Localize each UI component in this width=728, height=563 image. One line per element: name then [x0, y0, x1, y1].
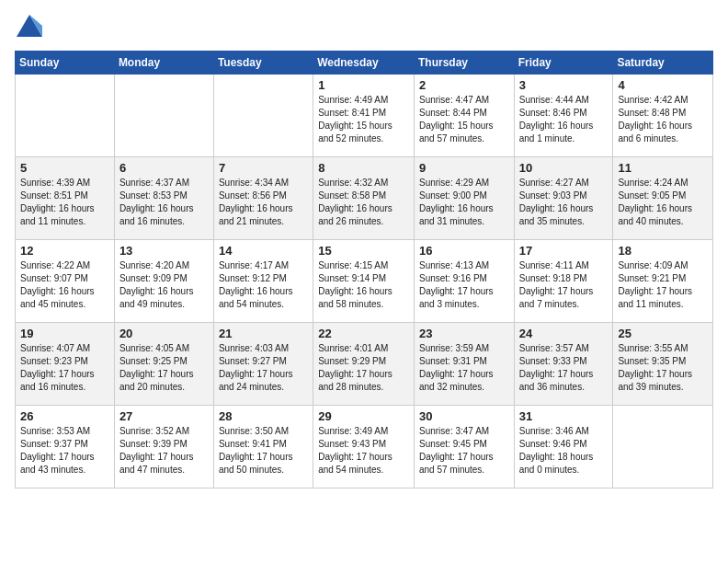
calendar-cell: 15Sunrise: 4:15 AM Sunset: 9:14 PM Dayli… — [313, 240, 415, 323]
calendar-cell — [16, 75, 115, 157]
day-info: Sunrise: 3:50 AM Sunset: 9:41 PM Dayligh… — [219, 425, 308, 477]
day-number: 27 — [119, 409, 209, 423]
day-number: 13 — [119, 244, 209, 258]
day-info: Sunrise: 4:34 AM Sunset: 8:56 PM Dayligh… — [219, 177, 308, 228]
logo — [15, 15, 42, 41]
day-number: 3 — [519, 78, 609, 92]
day-info: Sunrise: 4:29 AM Sunset: 9:00 PM Dayligh… — [419, 177, 509, 228]
day-info: Sunrise: 4:42 AM Sunset: 8:48 PM Dayligh… — [618, 94, 708, 145]
day-number: 30 — [419, 409, 509, 423]
day-info: Sunrise: 4:13 AM Sunset: 9:16 PM Dayligh… — [419, 259, 509, 311]
logo-icon — [17, 15, 42, 37]
day-number: 6 — [119, 161, 209, 175]
calendar-cell: 31Sunrise: 3:46 AM Sunset: 9:46 PM Dayli… — [514, 406, 613, 488]
calendar-cell: 30Sunrise: 3:47 AM Sunset: 9:45 PM Dayli… — [414, 406, 514, 488]
calendar-cell: 2Sunrise: 4:47 AM Sunset: 8:44 PM Daylig… — [414, 75, 514, 157]
day-number: 22 — [318, 327, 409, 340]
day-number: 14 — [219, 244, 308, 258]
calendar-cell: 20Sunrise: 4:05 AM Sunset: 9:25 PM Dayli… — [114, 323, 213, 406]
day-info: Sunrise: 4:15 AM Sunset: 9:14 PM Dayligh… — [318, 259, 409, 311]
day-number: 2 — [419, 78, 509, 92]
calendar-cell: 21Sunrise: 4:03 AM Sunset: 9:27 PM Dayli… — [213, 323, 313, 406]
day-number: 17 — [519, 244, 609, 258]
day-info: Sunrise: 3:57 AM Sunset: 9:33 PM Dayligh… — [519, 342, 609, 394]
day-info: Sunrise: 3:47 AM Sunset: 9:45 PM Dayligh… — [419, 425, 509, 477]
day-number: 16 — [419, 244, 509, 258]
calendar-cell: 12Sunrise: 4:22 AM Sunset: 9:07 PM Dayli… — [16, 240, 115, 323]
day-info: Sunrise: 4:27 AM Sunset: 9:03 PM Dayligh… — [519, 177, 609, 228]
calendar-header-sunday: Sunday — [16, 52, 115, 75]
day-number: 19 — [20, 327, 109, 340]
calendar-table: SundayMondayTuesdayWednesdayThursdayFrid… — [15, 51, 713, 488]
calendar-cell: 1Sunrise: 4:49 AM Sunset: 8:41 PM Daylig… — [313, 75, 415, 157]
calendar-cell: 6Sunrise: 4:37 AM Sunset: 8:53 PM Daylig… — [114, 157, 213, 240]
day-number: 31 — [519, 409, 609, 423]
day-number: 1 — [318, 78, 409, 92]
calendar-cell: 9Sunrise: 4:29 AM Sunset: 9:00 PM Daylig… — [414, 157, 514, 240]
day-info: Sunrise: 4:49 AM Sunset: 8:41 PM Dayligh… — [318, 94, 409, 145]
calendar-cell: 29Sunrise: 3:49 AM Sunset: 9:43 PM Dayli… — [313, 406, 415, 488]
day-number: 8 — [318, 161, 409, 175]
day-info: Sunrise: 4:17 AM Sunset: 9:12 PM Dayligh… — [219, 259, 308, 311]
day-info: Sunrise: 4:05 AM Sunset: 9:25 PM Dayligh… — [119, 342, 209, 394]
day-number: 20 — [119, 327, 209, 340]
day-info: Sunrise: 4:39 AM Sunset: 8:51 PM Dayligh… — [20, 177, 109, 228]
day-number: 18 — [618, 244, 708, 258]
day-number: 25 — [618, 327, 708, 340]
calendar-cell — [613, 406, 713, 488]
calendar-header-wednesday: Wednesday — [313, 52, 415, 75]
calendar-cell: 24Sunrise: 3:57 AM Sunset: 9:33 PM Dayli… — [514, 323, 613, 406]
day-info: Sunrise: 4:03 AM Sunset: 9:27 PM Dayligh… — [219, 342, 308, 394]
calendar-week-row: 19Sunrise: 4:07 AM Sunset: 9:23 PM Dayli… — [16, 323, 713, 406]
day-info: Sunrise: 3:49 AM Sunset: 9:43 PM Dayligh… — [318, 425, 409, 477]
day-info: Sunrise: 4:32 AM Sunset: 8:58 PM Dayligh… — [318, 177, 409, 228]
calendar-cell: 4Sunrise: 4:42 AM Sunset: 8:48 PM Daylig… — [613, 75, 713, 157]
calendar-week-row: 5Sunrise: 4:39 AM Sunset: 8:51 PM Daylig… — [16, 157, 713, 240]
day-info: Sunrise: 3:59 AM Sunset: 9:31 PM Dayligh… — [419, 342, 509, 394]
day-number: 7 — [219, 161, 308, 175]
calendar-cell: 17Sunrise: 4:11 AM Sunset: 9:18 PM Dayli… — [514, 240, 613, 323]
calendar-cell — [213, 75, 313, 157]
day-info: Sunrise: 4:22 AM Sunset: 9:07 PM Dayligh… — [20, 259, 109, 311]
day-info: Sunrise: 4:44 AM Sunset: 8:46 PM Dayligh… — [519, 94, 609, 145]
page-header — [15, 15, 713, 41]
calendar-cell: 26Sunrise: 3:53 AM Sunset: 9:37 PM Dayli… — [16, 406, 115, 488]
calendar-body: 1Sunrise: 4:49 AM Sunset: 8:41 PM Daylig… — [16, 75, 713, 488]
day-info: Sunrise: 4:20 AM Sunset: 9:09 PM Dayligh… — [119, 259, 209, 311]
day-number: 23 — [419, 327, 509, 340]
day-number: 12 — [20, 244, 109, 258]
calendar-header-row: SundayMondayTuesdayWednesdayThursdayFrid… — [16, 52, 713, 75]
day-number: 5 — [20, 161, 109, 175]
day-info: Sunrise: 3:46 AM Sunset: 9:46 PM Dayligh… — [519, 425, 609, 477]
day-number: 4 — [618, 78, 708, 92]
calendar-cell: 7Sunrise: 4:34 AM Sunset: 8:56 PM Daylig… — [213, 157, 313, 240]
day-info: Sunrise: 4:07 AM Sunset: 9:23 PM Dayligh… — [20, 342, 109, 394]
calendar-cell: 3Sunrise: 4:44 AM Sunset: 8:46 PM Daylig… — [514, 75, 613, 157]
calendar-cell: 11Sunrise: 4:24 AM Sunset: 9:05 PM Dayli… — [613, 157, 713, 240]
calendar-cell: 22Sunrise: 4:01 AM Sunset: 9:29 PM Dayli… — [313, 323, 415, 406]
calendar-cell — [114, 75, 213, 157]
calendar-cell: 25Sunrise: 3:55 AM Sunset: 9:35 PM Dayli… — [613, 323, 713, 406]
calendar-cell: 5Sunrise: 4:39 AM Sunset: 8:51 PM Daylig… — [16, 157, 115, 240]
day-number: 24 — [519, 327, 609, 340]
calendar-cell: 23Sunrise: 3:59 AM Sunset: 9:31 PM Dayli… — [414, 323, 514, 406]
calendar-cell: 19Sunrise: 4:07 AM Sunset: 9:23 PM Dayli… — [16, 323, 115, 406]
day-number: 21 — [219, 327, 308, 340]
calendar-cell: 16Sunrise: 4:13 AM Sunset: 9:16 PM Dayli… — [414, 240, 514, 323]
day-info: Sunrise: 4:11 AM Sunset: 9:18 PM Dayligh… — [519, 259, 609, 311]
day-number: 9 — [419, 161, 509, 175]
day-info: Sunrise: 4:37 AM Sunset: 8:53 PM Dayligh… — [119, 177, 209, 228]
calendar-cell: 14Sunrise: 4:17 AM Sunset: 9:12 PM Dayli… — [213, 240, 313, 323]
calendar-cell: 28Sunrise: 3:50 AM Sunset: 9:41 PM Dayli… — [213, 406, 313, 488]
day-info: Sunrise: 4:24 AM Sunset: 9:05 PM Dayligh… — [618, 177, 708, 228]
calendar-cell: 18Sunrise: 4:09 AM Sunset: 9:21 PM Dayli… — [613, 240, 713, 323]
calendar-week-row: 12Sunrise: 4:22 AM Sunset: 9:07 PM Dayli… — [16, 240, 713, 323]
calendar-header-friday: Friday — [514, 52, 613, 75]
day-info: Sunrise: 4:01 AM Sunset: 9:29 PM Dayligh… — [318, 342, 409, 394]
day-number: 28 — [219, 409, 308, 423]
day-info: Sunrise: 4:47 AM Sunset: 8:44 PM Dayligh… — [419, 94, 509, 145]
calendar-week-row: 1Sunrise: 4:49 AM Sunset: 8:41 PM Daylig… — [16, 75, 713, 157]
calendar-cell: 10Sunrise: 4:27 AM Sunset: 9:03 PM Dayli… — [514, 157, 613, 240]
calendar-header-tuesday: Tuesday — [213, 52, 313, 75]
calendar-cell: 8Sunrise: 4:32 AM Sunset: 8:58 PM Daylig… — [313, 157, 415, 240]
